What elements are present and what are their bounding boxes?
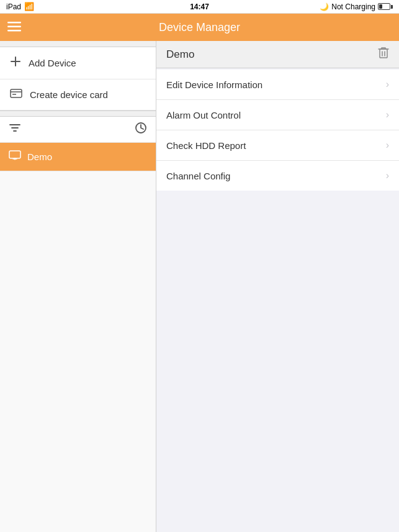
svg-rect-15: [380, 49, 387, 58]
status-time: 14:47: [190, 2, 209, 11]
menu-list: Edit Device Information › Alarm Out Cont…: [156, 70, 399, 191]
device-name: iPad: [6, 2, 21, 11]
card-icon: [10, 88, 22, 101]
menu-item-check-hdd-report[interactable]: Check HDD Report ›: [156, 130, 399, 161]
menu-item-alarm-out-control-label: Alarm Out Control: [166, 110, 241, 120]
wifi-icon: 📶: [24, 2, 34, 11]
right-header-title: Demo: [166, 48, 194, 61]
sidebar: Add Device Create device card: [0, 41, 156, 532]
create-device-card-button[interactable]: Create device card: [0, 79, 156, 110]
menu-item-channel-config[interactable]: Channel Config ›: [156, 161, 399, 191]
add-device-button[interactable]: Add Device: [0, 47, 156, 79]
device-item-demo[interactable]: Demo: [0, 143, 156, 171]
svg-rect-2: [7, 30, 21, 32]
right-panel: Demo Edit Device Information › Alarm Out…: [156, 41, 399, 532]
svg-rect-1: [7, 25, 21, 27]
header-bar: Device Manager: [0, 14, 399, 41]
chevron-icon-hdd: ›: [386, 140, 389, 151]
menu-icon[interactable]: [7, 20, 21, 35]
battery-icon: [378, 3, 393, 10]
svg-rect-5: [11, 89, 22, 97]
menu-item-check-hdd-report-label: Check HDD Report: [166, 140, 246, 151]
status-right: 🌙 Not Charging: [320, 2, 393, 11]
add-device-label: Add Device: [29, 58, 76, 68]
chevron-icon-edit: ›: [386, 79, 389, 90]
menu-item-edit-device-info-label: Edit Device Information: [166, 79, 262, 90]
status-bar: iPad 📶 14:47 🌙 Not Charging: [0, 0, 399, 14]
right-header: Demo: [156, 41, 399, 68]
menu-item-channel-config-label: Channel Config: [166, 171, 230, 181]
sidebar-toolbar: [0, 117, 156, 143]
create-device-card-label: Create device card: [30, 89, 108, 100]
device-list: Demo: [0, 143, 156, 532]
plus-icon: [10, 56, 21, 70]
main-layout: Add Device Create device card: [0, 41, 399, 532]
device-icon: [9, 150, 21, 163]
chevron-icon-channel: ›: [386, 170, 389, 181]
menu-item-edit-device-info[interactable]: Edit Device Information ›: [156, 70, 399, 100]
moon-icon: 🌙: [320, 2, 329, 11]
sidebar-spacer-top: [0, 41, 156, 47]
charging-status: Not Charging: [331, 2, 375, 11]
sidebar-divider: [0, 110, 156, 117]
status-left: iPad 📶: [6, 2, 34, 11]
chevron-icon-alarm: ›: [386, 109, 389, 120]
trash-icon[interactable]: [378, 47, 389, 62]
header-title: Device Manager: [159, 21, 240, 34]
device-item-demo-label: Demo: [27, 151, 52, 162]
clock-icon[interactable]: [135, 122, 147, 137]
filter-icon[interactable]: [9, 123, 21, 136]
svg-rect-0: [7, 22, 21, 24]
menu-item-alarm-out-control[interactable]: Alarm Out Control ›: [156, 100, 399, 130]
svg-rect-12: [9, 151, 20, 158]
